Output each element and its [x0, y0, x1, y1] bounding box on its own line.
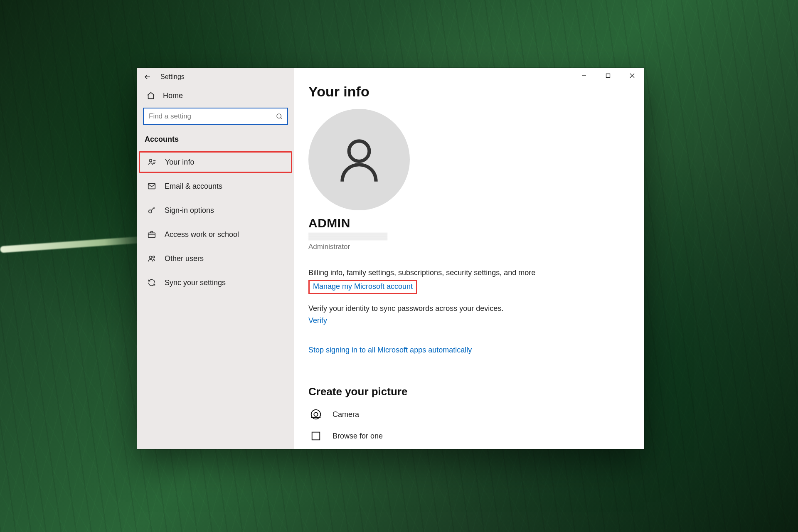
sidebar-item-sync-settings[interactable]: Sync your settings: [140, 272, 291, 293]
sidebar-item-label: Email & accounts: [165, 182, 222, 191]
window-controls: [572, 68, 644, 84]
verify-link[interactable]: Verify: [308, 316, 327, 325]
camera-icon: [308, 408, 323, 421]
browse-icon: [308, 431, 323, 441]
sidebar-item-label: Your info: [165, 158, 194, 167]
redacted-email: [308, 233, 387, 240]
avatar: [308, 109, 410, 210]
sidebar-item-label: Other users: [165, 254, 204, 263]
svg-rect-7: [606, 74, 610, 78]
briefcase-icon: [146, 230, 157, 239]
svg-point-1: [149, 159, 152, 162]
sync-icon: [146, 278, 157, 287]
verify-description: Verify your identity to sync passwords a…: [308, 304, 630, 313]
person-card-icon: [147, 158, 158, 167]
manage-account-highlight: Manage my Microsoft account: [308, 280, 417, 294]
svg-point-0: [277, 114, 281, 118]
svg-point-6: [153, 256, 155, 258]
desktop-background: Settings Home Accounts Your info: [0, 0, 798, 532]
sidebar-item-access-work-school[interactable]: Access work or school: [140, 224, 291, 245]
picture-option-browse[interactable]: Browse for one: [308, 431, 630, 441]
sidebar-item-your-info[interactable]: Your info: [139, 151, 292, 173]
picture-option-camera[interactable]: Camera: [308, 408, 630, 421]
settings-window: Settings Home Accounts Your info: [137, 68, 644, 449]
svg-rect-4: [148, 233, 155, 237]
stop-signin-link[interactable]: Stop signing in to all Microsoft apps au…: [308, 346, 472, 355]
grass-blade-decoration: [0, 236, 150, 253]
picture-option-label: Browse for one: [332, 432, 383, 441]
sidebar-nav: Your info Email & accounts Sign-in optio…: [137, 148, 294, 297]
back-button[interactable]: [140, 70, 155, 84]
titlebar: Settings: [137, 68, 294, 86]
user-role: Administrator: [308, 243, 630, 251]
billing-description: Billing info, family settings, subscript…: [308, 268, 630, 277]
maximize-icon: [605, 73, 611, 79]
sidebar-item-label: Sync your settings: [165, 278, 226, 287]
svg-rect-11: [312, 432, 320, 440]
content-pane: Your info ADMIN Administrator Billing in…: [294, 68, 644, 449]
minimize-button[interactable]: [572, 68, 596, 84]
home-icon: [146, 91, 155, 100]
svg-point-5: [149, 256, 152, 259]
mail-icon: [146, 182, 157, 191]
sidebar-item-home[interactable]: Home: [137, 86, 294, 105]
search-input-wrapper[interactable]: [143, 108, 288, 125]
person-icon: [332, 133, 386, 187]
sidebar-item-other-users[interactable]: Other users: [140, 248, 291, 269]
close-icon: [629, 73, 635, 79]
sidebar-item-label: Home: [163, 91, 183, 100]
sidebar-item-label: Sign-in options: [165, 206, 214, 215]
page-title: Your info: [308, 84, 630, 100]
sidebar-section-label: Accounts: [137, 132, 294, 148]
create-picture-heading: Create your picture: [308, 385, 630, 398]
arrow-left-icon: [143, 73, 152, 81]
user-name: ADMIN: [308, 216, 630, 230]
picture-option-label: Camera: [332, 410, 359, 419]
search-icon: [276, 113, 283, 120]
sidebar-item-email-accounts[interactable]: Email & accounts: [140, 175, 291, 197]
people-icon: [146, 254, 157, 263]
maximize-button[interactable]: [596, 68, 620, 84]
sidebar: Settings Home Accounts Your info: [137, 68, 294, 449]
minimize-icon: [581, 73, 587, 79]
svg-point-3: [149, 210, 152, 213]
manage-account-link[interactable]: Manage my Microsoft account: [313, 282, 413, 291]
sidebar-item-label: Access work or school: [165, 230, 239, 239]
svg-point-8: [349, 141, 369, 161]
search-input[interactable]: [149, 112, 276, 121]
key-icon: [146, 206, 157, 215]
svg-point-10: [314, 412, 318, 416]
close-button[interactable]: [620, 68, 644, 84]
window-title: Settings: [160, 73, 185, 81]
sidebar-item-signin-options[interactable]: Sign-in options: [140, 200, 291, 221]
